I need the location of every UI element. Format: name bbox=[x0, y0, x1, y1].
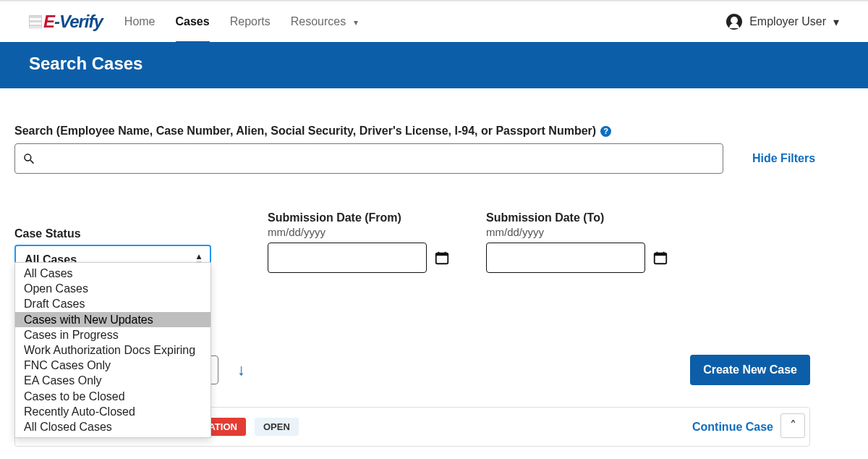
svg-line-1 bbox=[30, 160, 33, 163]
sort-arrow-down-icon[interactable]: ↓ bbox=[237, 361, 245, 379]
logo-verify: Verify bbox=[59, 12, 103, 32]
svg-rect-7 bbox=[655, 253, 667, 256]
case-status-option[interactable]: Draft Cases bbox=[15, 296, 210, 311]
case-status-option[interactable]: All Closed Cases bbox=[15, 419, 210, 434]
page-title-banner: Search Cases bbox=[0, 42, 868, 88]
date-from-label: Submission Date (From) bbox=[268, 211, 450, 224]
search-input[interactable] bbox=[35, 151, 715, 166]
logo[interactable]: E - Verify bbox=[29, 12, 103, 32]
flag-stripes-icon bbox=[29, 15, 42, 28]
user-name: Employer User bbox=[749, 15, 826, 28]
create-new-case-button[interactable]: Create New Case bbox=[690, 355, 810, 385]
case-status-dropdown: All CasesOpen CasesDraft CasesCases with… bbox=[14, 262, 211, 438]
status-badge-open: OPEN bbox=[255, 418, 299, 436]
case-status-option[interactable]: Open Cases bbox=[15, 281, 210, 296]
logo-dash: - bbox=[54, 12, 59, 32]
svg-rect-3 bbox=[436, 253, 448, 256]
page-title: Search Cases bbox=[29, 54, 142, 73]
date-to-filter: Submission Date (To) mm/dd/yyyy bbox=[486, 211, 668, 275]
calendar-icon[interactable] bbox=[434, 250, 450, 266]
case-status-option[interactable]: Cases to be Closed bbox=[15, 389, 210, 404]
chevron-down-icon: ▾ bbox=[833, 15, 839, 29]
case-status-option[interactable]: Cases in Progress bbox=[15, 327, 210, 342]
user-menu[interactable]: Employer User ▾ bbox=[726, 14, 839, 30]
date-from-sub: mm/dd/yyyy bbox=[268, 226, 450, 238]
case-status-label: Case Status bbox=[14, 227, 224, 240]
case-status-option[interactable]: Recently Auto-Closed bbox=[15, 404, 210, 419]
nav-cases[interactable]: Cases bbox=[176, 11, 210, 33]
nav-reports[interactable]: Reports bbox=[230, 11, 271, 33]
hide-filters-link[interactable]: Hide Filters bbox=[752, 152, 815, 165]
logo-e: E bbox=[43, 12, 54, 32]
date-from-input[interactable] bbox=[268, 243, 427, 273]
nav-resources-label: Resources bbox=[291, 15, 346, 28]
continue-case-link[interactable]: Continue Case bbox=[692, 421, 773, 434]
case-status-option[interactable]: All Cases bbox=[15, 266, 210, 281]
search-label: Search (Employee Name, Case Number, Alie… bbox=[14, 125, 596, 138]
svg-point-0 bbox=[25, 154, 31, 161]
nav-home[interactable]: Home bbox=[124, 11, 156, 33]
help-icon[interactable]: ? bbox=[600, 126, 611, 137]
user-icon bbox=[726, 14, 742, 30]
calendar-icon[interactable] bbox=[652, 250, 668, 266]
case-status-option[interactable]: Cases with New Updates bbox=[15, 312, 210, 327]
top-nav: E - Verify Home Cases Reports Resources … bbox=[0, 0, 868, 42]
search-box[interactable] bbox=[14, 143, 723, 174]
date-to-input[interactable] bbox=[486, 243, 645, 273]
case-status-option[interactable]: FNC Cases Only bbox=[15, 358, 210, 373]
search-label-row: Search (Employee Name, Case Number, Alie… bbox=[14, 125, 810, 138]
case-status-option[interactable]: EA Cases Only bbox=[15, 373, 210, 388]
case-status-filter: Case Status All Cases ▴▾ All CasesOpen C… bbox=[14, 211, 224, 275]
expand-toggle[interactable]: ˄ bbox=[780, 413, 805, 438]
date-to-sub: mm/dd/yyyy bbox=[486, 226, 668, 238]
chevron-down-icon: ▾ bbox=[354, 17, 358, 28]
date-to-label: Submission Date (To) bbox=[486, 211, 668, 224]
search-icon bbox=[22, 152, 35, 165]
nav-resources[interactable]: Resources ▾ bbox=[291, 11, 358, 33]
date-from-filter: Submission Date (From) mm/dd/yyyy bbox=[268, 211, 450, 275]
case-status-option[interactable]: Work Authorization Docs Expiring bbox=[15, 342, 210, 358]
primary-nav: Home Cases Reports Resources ▾ bbox=[124, 11, 358, 33]
